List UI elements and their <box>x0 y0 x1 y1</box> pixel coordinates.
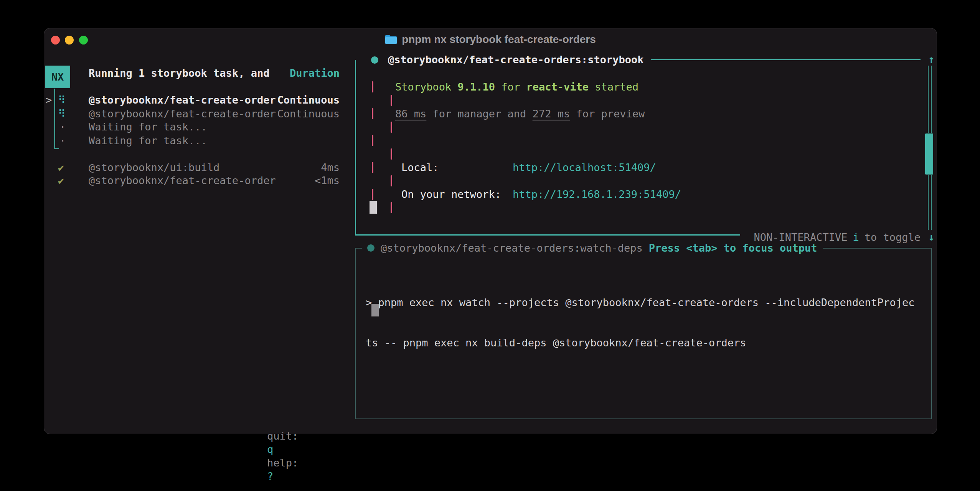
quit-label: quit: <box>267 430 298 442</box>
storybook-output-cursor <box>370 201 377 214</box>
completed-task-row-feat-create-order[interactable]: @storybooknx/feat-create-order <1ms <box>89 174 340 187</box>
task-row-waiting-1[interactable]: Waiting for task... <box>89 120 340 133</box>
task-tree-corner <box>54 148 59 149</box>
started-text: Storybook <box>395 81 458 93</box>
output-bar <box>372 189 373 200</box>
help-label: help: <box>267 457 298 469</box>
duration-column-header: Duration <box>290 66 340 80</box>
command-line-1: > pnpm exec nx watch --projects @storybo… <box>366 296 922 309</box>
preview-build-time: 272 ms <box>533 108 570 120</box>
output-line: Local: http://localhost:51409/ <box>355 161 931 174</box>
running-task-bullet-icon <box>367 244 375 252</box>
output-line <box>355 174 931 188</box>
task-status: Continuous <box>277 93 340 107</box>
completed-task-row-ui-build[interactable]: @storybooknx/ui:build 4ms <box>89 161 340 174</box>
timing-text: for manager and <box>426 108 532 120</box>
network-label: On your network: <box>401 188 501 201</box>
scrollbar-track-lower[interactable] <box>928 175 932 230</box>
focus-output-hint: Press <tab> to focus output <box>649 241 817 255</box>
manager-build-time: 86 ms <box>395 108 426 120</box>
help-key: ? <box>267 470 273 482</box>
folder-icon <box>385 35 397 44</box>
output-line: On your network: http://192.168.1.239:51… <box>355 188 931 201</box>
toggle-key: i <box>853 231 859 244</box>
output-line: Storybook 9.1.10 for react-vite started <box>355 80 931 94</box>
watch-command-output: > pnpm exec nx watch --projects @storybo… <box>366 269 922 376</box>
keybinding-footer: quit: q help: ? <box>242 416 304 429</box>
spinner-icon: ⠻ <box>58 93 85 107</box>
quit-key: q <box>267 443 273 455</box>
output-line <box>355 147 931 161</box>
task-name: @storybooknx/ui:build <box>89 161 219 174</box>
started-text: started <box>589 81 638 93</box>
scroll-down-icon[interactable]: ↓ <box>924 230 938 244</box>
network-url-link[interactable]: http://192.168.1.239:51409/ <box>513 188 681 201</box>
scrollbar-track-upper[interactable] <box>928 66 932 133</box>
output-line <box>355 134 931 147</box>
output-bar <box>391 95 392 106</box>
task-duration: 4ms <box>321 161 340 174</box>
output-line <box>355 201 931 214</box>
task-duration: <1ms <box>315 174 340 187</box>
output-bar <box>391 122 392 133</box>
output-line <box>355 120 931 134</box>
terminal-window: pnpm nx storybook feat-create-orders NX … <box>44 28 937 434</box>
output-bar <box>372 135 373 146</box>
pending-dot-icon: · <box>59 120 86 133</box>
output-bar <box>372 162 373 173</box>
window-title: pnpm nx storybook feat-create-orders <box>402 33 596 46</box>
task-name: @storybooknx/feat-create-order <box>89 107 276 120</box>
running-task-bullet-icon <box>371 56 378 64</box>
sidebar-header: Running 1 storybook task, and Duration <box>89 66 340 80</box>
output-line <box>355 94 931 107</box>
task-tree-guide <box>54 89 55 149</box>
storybook-panel-title[interactable]: @storybooknx/feat-create-orders:storyboo… <box>388 53 643 66</box>
task-row-waiting-2[interactable]: Waiting for task... <box>89 134 340 147</box>
storybook-panel-header-rule <box>651 59 921 60</box>
nx-logo: NX <box>45 66 70 88</box>
task-status: Continuous <box>277 107 340 120</box>
output-bar <box>372 81 373 92</box>
storybook-version: 9.1.10 <box>458 81 495 93</box>
timing-text: for preview <box>570 108 645 120</box>
scroll-up-icon[interactable]: ↑ <box>924 53 938 66</box>
task-row-feat-create-orders-watch-deps[interactable]: @storybooknx/feat-create-order Continuou… <box>89 107 340 120</box>
spinner-icon: ⠻ <box>58 107 85 120</box>
started-text: for <box>495 81 526 93</box>
watch-deps-cursor <box>371 304 379 316</box>
task-name: @storybooknx/feat-create-order <box>89 93 276 107</box>
scrollbar-thumb[interactable] <box>925 133 933 175</box>
task-row-feat-create-orders-storybook[interactable]: @storybooknx/feat-create-order Continuou… <box>89 93 340 107</box>
storybook-framework: react-vite <box>526 81 589 93</box>
command-line-2: ts -- pnpm exec nx build-deps @storybook… <box>366 336 922 349</box>
watch-deps-panel-title[interactable]: @storybooknx/feat-create-orders:watch-de… <box>381 241 643 255</box>
watch-deps-panel-header: @storybooknx/feat-create-orders:watch-de… <box>362 241 823 255</box>
local-url-link[interactable]: http://localhost:51409/ <box>513 161 656 174</box>
output-bar <box>391 202 392 213</box>
storybook-started-line: Storybook 9.1.10 for react-vite started <box>395 80 638 94</box>
check-icon: ✔ <box>58 161 85 174</box>
task-name: Waiting for task... <box>89 120 207 133</box>
output-line: 86 ms for manager and 272 ms for preview <box>355 107 931 120</box>
task-name: @storybooknx/feat-create-order <box>89 174 276 187</box>
output-bar <box>391 175 392 186</box>
running-tasks-summary: Running 1 storybook task, and <box>89 66 269 80</box>
build-timing-line: 86 ms for manager and 272 ms for preview <box>395 107 645 120</box>
check-icon: ✔ <box>58 174 85 187</box>
pending-dot-icon: · <box>59 134 86 147</box>
toggle-action-label: to toggle <box>865 231 921 244</box>
local-label: Local: <box>401 161 439 174</box>
titlebar: pnpm nx storybook feat-create-orders <box>44 28 937 51</box>
output-bar <box>391 148 392 160</box>
output-bar <box>372 108 373 119</box>
task-name: Waiting for task... <box>89 134 207 147</box>
selection-caret: > <box>46 93 52 107</box>
